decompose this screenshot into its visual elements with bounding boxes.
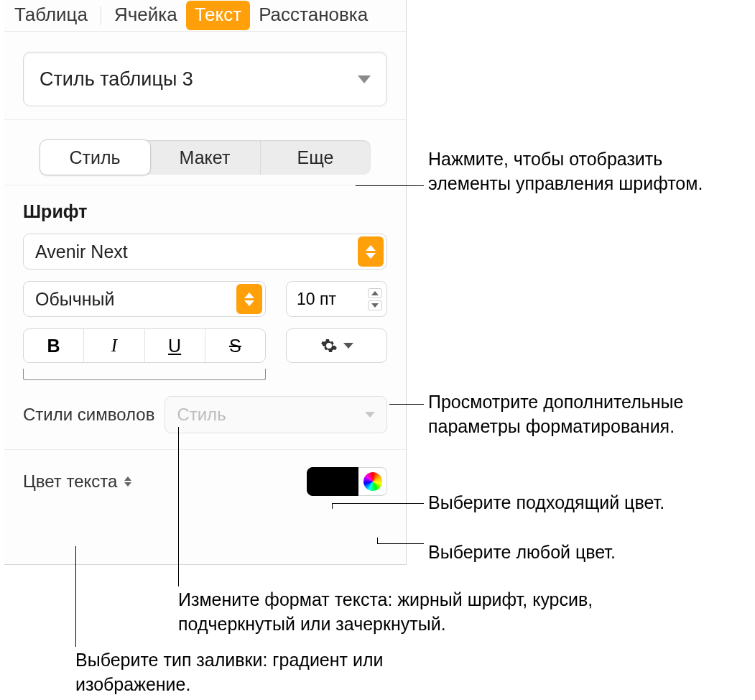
text-format-segment: B I U S [23, 328, 266, 363]
inspector-tabs: Таблица Ячейка Текст Расстановка [4, 0, 406, 32]
strikethrough-button[interactable]: S [205, 329, 265, 362]
advanced-options-button[interactable] [286, 328, 387, 363]
callout-line [377, 543, 424, 544]
subtab-more[interactable]: Еще [261, 140, 371, 175]
callout-text: Измените формат текста: жирный шрифт, ку… [178, 588, 681, 637]
callout-text: Выберите тип заливки: градиент или изобр… [75, 648, 435, 697]
callout-text: Выберите любой цвет. [428, 540, 616, 565]
font-section: Шрифт Avenir Next Обычный 10 пт [4, 185, 406, 380]
gear-icon [320, 337, 338, 354]
dropdown-button-icon [236, 284, 262, 314]
stepper-icon [368, 288, 382, 310]
tab-separator [101, 6, 101, 25]
text-subtabs: Стиль Макет Еще [40, 140, 371, 175]
callout-text: Просмотрите дополнительные параметры фор… [428, 390, 751, 439]
callout-line [75, 546, 76, 647]
font-size-value: 10 пт [297, 290, 336, 309]
text-color-label: Цвет текста [23, 471, 117, 492]
format-panel: Таблица Ячейка Текст Расстановка Стиль т… [4, 0, 407, 565]
character-style-row: Стили символов Стиль [4, 380, 406, 450]
color-wheel-button[interactable] [358, 467, 387, 496]
subtabs-section: Стиль Макет Еще [4, 120, 406, 185]
bracket-decoration [23, 369, 266, 380]
bold-button[interactable]: B [24, 329, 84, 362]
callout-line [332, 503, 424, 504]
font-section-title: Шрифт [23, 201, 387, 222]
underline-button[interactable]: U [145, 329, 205, 362]
font-family-select[interactable]: Avenir Next [23, 234, 387, 270]
color-swatch-button[interactable] [307, 467, 358, 496]
tab-text[interactable]: Текст [186, 1, 250, 30]
text-color-controls [307, 467, 387, 496]
italic-button[interactable]: I [84, 329, 144, 362]
chevron-down-icon [365, 412, 375, 418]
subtab-layout[interactable]: Макет [150, 140, 261, 175]
callout-text: Нажмите, чтобы отобразить элементы управ… [428, 147, 737, 196]
character-style-placeholder: Стиль [177, 405, 226, 425]
paragraph-style-section: Стиль таблицы 3 [4, 32, 406, 120]
tab-arrange[interactable]: Расстановка [250, 1, 376, 30]
font-weight-value: Обычный [35, 289, 115, 310]
subtab-style[interactable]: Стиль [40, 139, 151, 175]
font-weight-select[interactable]: Обычный [23, 281, 266, 317]
color-wheel-icon [363, 472, 382, 491]
callout-line [332, 503, 333, 509]
callout-line [356, 185, 424, 186]
text-color-menu-button[interactable] [124, 476, 131, 487]
font-size-stepper[interactable]: 10 пт [286, 281, 387, 317]
tab-cell[interactable]: Ячейка [106, 1, 186, 30]
chevron-down-icon [358, 75, 371, 83]
chevron-down-icon [343, 343, 353, 349]
paragraph-style-select[interactable]: Стиль таблицы 3 [23, 52, 387, 106]
callout-line [377, 538, 378, 543]
callout-line [178, 427, 179, 586]
dropdown-button-icon [358, 236, 384, 267]
tab-table[interactable]: Таблица [6, 1, 96, 30]
paragraph-style-value: Стиль таблицы 3 [40, 68, 193, 91]
text-color-row: Цвет текста [4, 450, 406, 515]
character-style-select[interactable]: Стиль [165, 396, 387, 433]
callout-text: Выберите подходящий цвет. [428, 491, 664, 515]
character-style-label: Стили символов [23, 405, 154, 425]
callout-line [389, 404, 424, 405]
font-family-value: Avenir Next [35, 241, 128, 262]
